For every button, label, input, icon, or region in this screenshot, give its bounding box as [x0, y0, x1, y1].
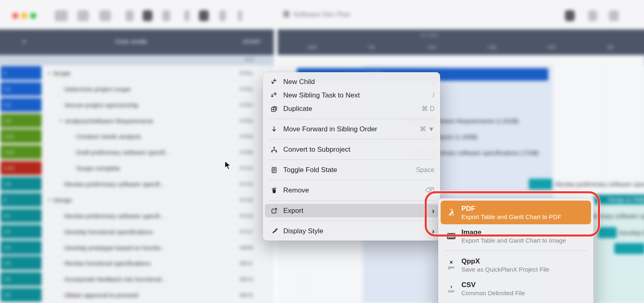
svg-text:CSV: CSV: [448, 290, 454, 293]
mouse-cursor: [225, 161, 232, 172]
duplicate-icon: [269, 105, 280, 113]
csv-icon: ,CSV: [444, 283, 459, 295]
gantt-bar[interactable]: [529, 179, 552, 190]
gantt-bar[interactable]: [598, 227, 617, 238]
menu-item-move-forward-in-sibling-order[interactable]: Move Forward in Sibling Order⌘ ▼: [265, 122, 438, 136]
menu-item-new-child[interactable]: New Child.: [265, 75, 438, 88]
toggle-fold-icon: [269, 166, 280, 174]
move-forward-icon: [269, 126, 280, 133]
menu-item-display-style[interactable]: Display Style›: [265, 224, 438, 238]
new-child-icon: [269, 78, 280, 86]
export-icon: [269, 207, 280, 215]
svg-text:,: ,: [450, 283, 452, 289]
menu-separator: [269, 221, 434, 221]
gantt-bar[interactable]: Design (4,766$): [594, 195, 644, 204]
context-menu: New Child.New Sibling Task to Next/Dupli…: [263, 72, 440, 241]
menu-item-label: New Child: [283, 78, 428, 86]
submenu-item-text: PDFExport Table and Gantt Chart to PDF: [461, 204, 561, 221]
gantt-bar[interactable]: [614, 243, 644, 254]
submenu-chevron-icon: ›: [432, 206, 434, 215]
submenu-item-pdf[interactable]: λPDFExport Table and Gantt Chart to PDF: [441, 201, 591, 224]
submenu-item-csv[interactable]: ,CSVCSVCommon Delimited File: [441, 277, 591, 301]
display-style-icon: [269, 228, 280, 235]
gantt-task-label: Develop functional specifications: [619, 229, 644, 236]
submenu-item-title: Image: [461, 228, 566, 237]
submenu-separator: [444, 250, 588, 251]
svg-text:×: ×: [450, 259, 453, 265]
submenu-item-subtitle: Save as QuickPlanX Project File: [461, 266, 549, 274]
image-icon: [444, 232, 459, 241]
submenu-item-subtitle: Export Table and Gantt Chart to Image: [461, 237, 566, 245]
menu-item-shortcut: Space: [416, 166, 434, 174]
menu-item-label: Move Forward in Sibling Order: [283, 125, 415, 133]
export-submenu: λPDFExport Table and Gantt Chart to PDFI…: [438, 198, 593, 303]
submenu-item-text: ImageExport Table and Gantt Chart to Ima…: [461, 228, 566, 245]
submenu-item-text: QppXSave as QuickPlanX Project File: [461, 257, 549, 274]
gantt-bar-label: Design (4,766$): [608, 197, 644, 203]
submenu-item-title: PDF: [461, 204, 561, 213]
submenu-item-title: CSV: [461, 281, 525, 290]
submenu-chevron-icon: ›: [432, 227, 434, 236]
new-sibling-icon: [269, 92, 280, 99]
svg-text:λ: λ: [448, 207, 454, 217]
menu-separator: [269, 139, 434, 139]
qppx-icon: ×QPP: [444, 259, 459, 271]
menu-item-shortcut: ⌫: [425, 186, 434, 194]
menu-item-shortcut: ⌘ ▼: [420, 125, 434, 133]
submenu-item-title: QppX: [461, 257, 549, 266]
menu-item-label: Display Style: [283, 227, 428, 235]
convert-subproject-icon: [269, 146, 280, 153]
menu-item-duplicate[interactable]: Duplicate⌘ D: [265, 102, 438, 115]
submenu-item-json[interactable]: { }JSON: [441, 301, 591, 303]
menu-item-shortcut: /: [433, 92, 434, 99]
menu-item-shortcut: ⌘ D: [421, 105, 434, 113]
menu-item-label: New Sibling Task to Next: [283, 91, 428, 100]
submenu-item-subtitle: Common Delimited File: [461, 290, 525, 297]
menu-item-label: Duplicate: [283, 105, 417, 113]
submenu-item-text: CSVCommon Delimited File: [461, 281, 525, 297]
pdf-icon: λ: [444, 207, 459, 218]
menu-separator: [269, 159, 434, 160]
menu-separator: [269, 119, 434, 119]
menu-item-label: Export: [283, 207, 428, 215]
menu-separator: [269, 200, 434, 201]
svg-text:QPP: QPP: [448, 266, 454, 270]
submenu-item-image[interactable]: ImageExport Table and Gantt Chart to Ima…: [441, 224, 591, 248]
submenu-item-qppx[interactable]: ×QPPQppXSave as QuickPlanX Project File: [441, 253, 591, 277]
gantt-task-label: Review preliminary software specifi…: [555, 181, 644, 188]
menu-item-new-sibling-task-to-next[interactable]: New Sibling Task to Next/: [265, 88, 438, 102]
menu-item-remove[interactable]: Remove⌫: [265, 184, 438, 197]
menu-item-label: Remove: [283, 186, 420, 195]
menu-item-shortcut: .: [433, 78, 434, 86]
menu-item-label: Convert to Subproject: [283, 146, 434, 154]
menu-item-toggle-fold-state[interactable]: Toggle Fold StateSpace: [265, 163, 438, 177]
menu-separator: [269, 180, 434, 180]
menu-item-convert-to-subproject[interactable]: Convert to Subproject: [265, 143, 438, 156]
remove-icon: [269, 187, 280, 194]
menu-item-label: Toggle Fold State: [283, 166, 411, 174]
submenu-item-subtitle: Export Table and Gantt Chart to PDF: [461, 213, 561, 221]
menu-item-export[interactable]: Export›: [265, 204, 438, 217]
